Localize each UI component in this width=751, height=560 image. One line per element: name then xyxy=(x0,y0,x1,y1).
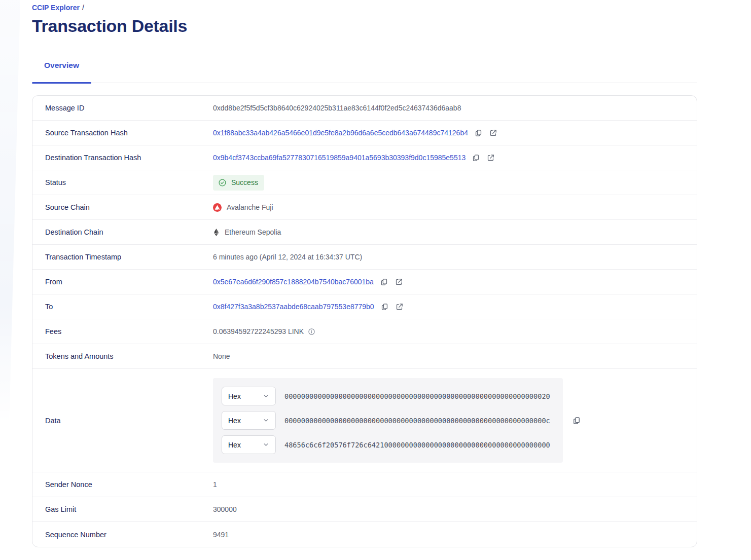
table-row-sequence-number: Sequence Number 9491 xyxy=(32,522,697,547)
transaction-details-card: Message ID 0xdd8be2f5f5d5cf3b8640c629240… xyxy=(32,95,697,547)
encoding-select[interactable]: Hex xyxy=(222,387,276,405)
avalanche-fuji-icon xyxy=(213,203,222,212)
breadcrumb: CCIP Explorer/ xyxy=(32,4,697,12)
status-badge: Success xyxy=(213,175,264,191)
encoding-select-value: Hex xyxy=(228,392,241,400)
table-row-status: Status Success xyxy=(32,170,697,195)
gas-limit-label: Gas Limit xyxy=(45,505,213,513)
page-title: Transaction Details xyxy=(32,16,697,36)
external-link-icon[interactable] xyxy=(489,129,497,137)
hex-line: Hex 000000000000000000000000000000000000… xyxy=(222,387,554,405)
hex-line: Hex 000000000000000000000000000000000000… xyxy=(222,411,554,430)
source-chain-label: Source Chain xyxy=(45,203,213,211)
timestamp-value: 6 minutes ago (April 12, 2024 at 16:34:3… xyxy=(213,253,362,261)
tab-overview[interactable]: Overview xyxy=(32,61,91,83)
gas-limit-value: 300000 xyxy=(213,505,237,513)
sequence-number-label: Sequence Number xyxy=(45,531,213,539)
chevron-down-icon xyxy=(263,417,269,424)
external-link-icon[interactable] xyxy=(395,278,403,286)
encoding-select[interactable]: Hex xyxy=(222,435,276,454)
breadcrumb-separator: / xyxy=(82,4,84,12)
dest-chain-value: Ethereum Sepolia xyxy=(213,228,281,237)
data-hex-viewer: Hex 000000000000000000000000000000000000… xyxy=(213,378,563,463)
table-row-source-chain: Source Chain Avalanche Fuji xyxy=(32,195,697,220)
info-icon[interactable] xyxy=(308,328,315,335)
sender-nonce-label: Sender Nonce xyxy=(45,480,213,489)
chevron-down-icon xyxy=(263,441,269,448)
table-row-dest-chain: Destination Chain Ethereum Sepolia xyxy=(32,220,697,245)
chevron-down-icon xyxy=(263,393,269,399)
encoding-select-value: Hex xyxy=(228,417,241,425)
table-row-to: To 0x8f427f3a3a8b2537aabde68caab797553e8… xyxy=(32,294,697,319)
dest-chain-name: Ethereum Sepolia xyxy=(225,228,281,236)
table-row-sender-nonce: Sender Nonce 1 xyxy=(32,472,697,497)
dest-tx-hash-link[interactable]: 0x9b4cf3743ccba69fa5277830716519859a9401… xyxy=(213,154,466,162)
tokens-label: Tokens and Amounts xyxy=(45,352,213,360)
hex-data-line: 48656c6c6f20576f726c64210000000000000000… xyxy=(284,441,550,449)
copy-icon[interactable] xyxy=(380,303,389,311)
fees-label: Fees xyxy=(45,327,213,335)
to-label: To xyxy=(45,303,213,311)
breadcrumb-ccip-explorer-link[interactable]: CCIP Explorer xyxy=(32,4,80,12)
sender-nonce-value: 1 xyxy=(213,480,217,489)
external-link-icon[interactable] xyxy=(486,154,495,162)
encoding-select[interactable]: Hex xyxy=(222,411,276,430)
from-label: From xyxy=(45,278,213,286)
fees-value: 0.06394592722245293 LINK xyxy=(213,327,304,335)
copy-icon[interactable] xyxy=(572,416,581,425)
message-id-label: Message ID xyxy=(45,104,213,112)
source-tx-hash-label: Source Transaction Hash xyxy=(45,129,213,137)
hex-line: Hex 48656c6c6f20576f726c6421000000000000… xyxy=(222,435,554,454)
timestamp-label: Transaction Timestamp xyxy=(45,253,213,261)
table-row-fees: Fees 0.06394592722245293 LINK xyxy=(32,319,697,344)
transaction-details-page: CCIP Explorer/ Transaction Details Overv… xyxy=(0,0,751,547)
hex-data-line: 0000000000000000000000000000000000000000… xyxy=(284,392,550,400)
table-row-message-id: Message ID 0xdd8be2f5f5d5cf3b8640c629240… xyxy=(32,96,697,121)
dest-chain-label: Destination Chain xyxy=(45,228,213,236)
dest-tx-hash-label: Destination Transaction Hash xyxy=(45,154,213,162)
status-badge-text: Success xyxy=(231,178,258,186)
external-link-icon[interactable] xyxy=(395,303,404,311)
status-label: Status xyxy=(45,178,213,186)
source-chain-name: Avalanche Fuji xyxy=(227,203,273,211)
sequence-number-value: 9491 xyxy=(213,531,229,539)
table-row-dest-tx-hash: Destination Transaction Hash 0x9b4cf3743… xyxy=(32,145,697,170)
table-row-source-tx-hash: Source Transaction Hash 0x1f88abc33a4ab4… xyxy=(32,121,697,145)
hex-data-line: 0000000000000000000000000000000000000000… xyxy=(284,417,550,425)
table-row-from: From 0x5e67ea6d6f290f857c1888204b7540bac… xyxy=(32,270,697,294)
table-row-data: Data Hex 0000000000000000000000000000000… xyxy=(32,369,697,472)
tokens-value: None xyxy=(213,352,230,360)
copy-icon[interactable] xyxy=(380,278,388,286)
check-circle-icon xyxy=(218,178,227,187)
ethereum-sepolia-icon xyxy=(213,228,220,237)
table-row-tokens: Tokens and Amounts None xyxy=(32,344,697,369)
source-chain-value: Avalanche Fuji xyxy=(213,203,273,212)
message-id-value: 0xdd8be2f5f5d5cf3b8640c62924025b311ae83c… xyxy=(213,104,461,112)
tab-bar: Overview xyxy=(32,61,697,83)
table-row-gas-limit: Gas Limit 300000 xyxy=(32,497,697,522)
data-label: Data xyxy=(45,417,213,425)
table-row-timestamp: Transaction Timestamp 6 minutes ago (Apr… xyxy=(32,245,697,270)
to-address-link[interactable]: 0x8f427f3a3a8b2537aabde68caab797553e8779… xyxy=(213,303,374,311)
source-tx-hash-link[interactable]: 0x1f88abc33a4ab426a5466e01d9e5fe8a2b96d6… xyxy=(213,129,468,137)
encoding-select-value: Hex xyxy=(228,441,241,449)
copy-icon[interactable] xyxy=(472,154,480,162)
copy-icon[interactable] xyxy=(474,129,483,137)
from-address-link[interactable]: 0x5e67ea6d6f290f857c1888204b7540bac76001… xyxy=(213,278,374,286)
